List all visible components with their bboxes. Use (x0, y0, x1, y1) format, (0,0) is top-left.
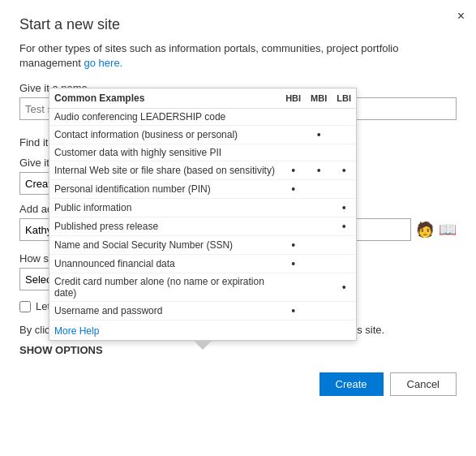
hbi-cell: • (281, 161, 306, 180)
mbi-cell (306, 199, 332, 217)
example-label: Username and password (49, 302, 281, 320)
example-label: Customer data with highly sensitive PII (49, 144, 281, 161)
hbi-cell (281, 109, 306, 126)
dialog-title: Start a new site (19, 16, 457, 33)
hbi-cell (281, 126, 306, 144)
cancel-button[interactable]: Cancel (390, 372, 457, 396)
mbi-cell (306, 144, 332, 161)
dialog-description: For other types of sites such as informa… (19, 41, 457, 71)
table-row[interactable]: Contact information (business or persona… (49, 126, 356, 144)
common-examples-header: Common Examples (49, 88, 281, 109)
dialog: × Start a new site For other types of si… (0, 0, 476, 456)
example-label: Public information (49, 199, 281, 217)
lbi-cell (332, 144, 356, 161)
mbi-cell (306, 273, 332, 302)
mbi-cell (306, 109, 332, 126)
table-row[interactable]: Unannounced financial data • (49, 255, 356, 273)
more-help-row: More Help (49, 320, 356, 340)
lbi-cell (332, 236, 356, 255)
lbi-cell: • (332, 217, 356, 236)
lbi-cell (332, 255, 356, 273)
sensitivity-dropdown: Common Examples HBI MBI LBI Audio confer… (49, 88, 357, 341)
table-row[interactable]: Audio conferencing LEADERSHIP code (49, 109, 356, 126)
dropdown-caret (193, 340, 212, 350)
hbi-cell: • (281, 302, 306, 320)
hbi-cell (281, 217, 306, 236)
lbi-cell (332, 302, 356, 320)
example-label: Audio conferencing LEADERSHIP code (49, 109, 281, 126)
show-options-toggle[interactable]: SHOW OPTIONS (19, 344, 457, 356)
dropdown-caret-inner (194, 350, 212, 359)
mbi-cell: • (306, 126, 332, 144)
table-row[interactable]: Public information • (49, 199, 356, 217)
table-row[interactable]: Personal identification number (PIN) • (49, 180, 356, 199)
close-button[interactable]: × (457, 10, 465, 23)
address-book-icon: 📖 (439, 221, 457, 239)
go-here-link[interactable]: go here. (84, 57, 123, 69)
example-label: Unannounced financial data (49, 255, 281, 273)
more-help-link[interactable]: More Help (54, 325, 99, 337)
example-label: Personal identification number (PIN) (49, 180, 281, 199)
table-row[interactable]: Internal Web site or file share (based o… (49, 161, 356, 180)
people-picker-icon: 🧑 (416, 221, 434, 239)
hbi-cell: • (281, 180, 306, 199)
lbi-cell: • (332, 199, 356, 217)
lbi-cell (332, 126, 356, 144)
example-label: Internal Web site or file share (based o… (49, 161, 281, 180)
mbi-cell (306, 180, 332, 199)
hbi-cell: • (281, 236, 306, 255)
lbi-cell (332, 109, 356, 126)
hbi-header: HBI (281, 88, 306, 109)
table-row[interactable]: Credit card number alone (no name or exp… (49, 273, 356, 302)
table-row[interactable]: Name and Social Security Number (SSN) • (49, 236, 356, 255)
hbi-cell (281, 273, 306, 302)
table-row[interactable]: Username and password • (49, 302, 356, 320)
mbi-header: MBI (306, 88, 332, 109)
external-guests-checkbox[interactable] (19, 301, 31, 312)
table-row[interactable]: Customer data with highly sensitive PII (49, 144, 356, 161)
table-row[interactable]: Published press release • (49, 217, 356, 236)
example-label: Published press release (49, 217, 281, 236)
examples-table: Common Examples HBI MBI LBI Audio confer… (49, 88, 356, 320)
hbi-cell (281, 199, 306, 217)
mbi-cell (306, 302, 332, 320)
mbi-cell (306, 236, 332, 255)
mbi-cell (306, 217, 332, 236)
lbi-cell: • (332, 273, 356, 302)
mbi-cell (306, 255, 332, 273)
create-button[interactable]: Create (319, 372, 384, 396)
hbi-cell (281, 144, 306, 161)
lbi-header: LBI (332, 88, 356, 109)
lbi-cell (332, 180, 356, 199)
mbi-cell: • (306, 161, 332, 180)
lbi-cell: • (332, 161, 356, 180)
example-label: Contact information (business or persona… (49, 126, 281, 144)
dialog-footer: Create Cancel (19, 372, 457, 396)
example-label: Credit card number alone (no name or exp… (49, 273, 281, 302)
hbi-cell: • (281, 255, 306, 273)
example-label: Name and Social Security Number (SSN) (49, 236, 281, 255)
